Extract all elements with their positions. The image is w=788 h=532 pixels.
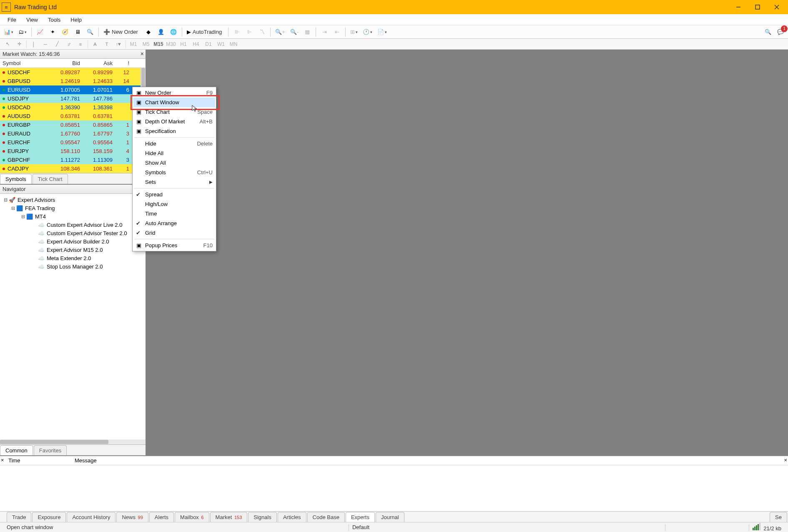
menu-view[interactable]: View (21, 15, 43, 25)
timeframe-mn[interactable]: MN (227, 40, 240, 49)
ctx-high-low[interactable]: High/Low (133, 199, 215, 209)
status-connection[interactable]: 21/2 kb (749, 523, 785, 532)
navigator-scrollbar-h[interactable] (0, 439, 146, 444)
tree-ea-item[interactable]: ☁️Custom Expert Advisor Tester 2.0 (3, 229, 143, 237)
tree-ea-item[interactable]: ☁️Expert Advisor Builder 2.0 (3, 237, 143, 246)
column-ask[interactable]: Ask (83, 60, 115, 66)
signals-button[interactable]: 🌐 (168, 27, 179, 38)
terminal-tab-cut[interactable]: Se (770, 512, 787, 522)
cursor-tool[interactable]: ↖ (2, 40, 13, 49)
column-symbol[interactable]: Symbol (0, 60, 50, 66)
close-button[interactable] (767, 1, 786, 13)
tab-favorites[interactable]: Favorites (34, 445, 67, 455)
timeframe-d1[interactable]: D1 (202, 40, 215, 49)
candle-chart-button[interactable]: ⊩ (243, 27, 255, 38)
column-bid[interactable]: Bid (50, 60, 83, 66)
timeframe-m5[interactable]: M5 (140, 40, 152, 49)
menu-tools[interactable]: Tools (43, 15, 65, 25)
terminal-tab-articles[interactable]: Articles (278, 512, 306, 522)
terminal-tab-code-base[interactable]: Code Base (307, 512, 345, 522)
auto-scroll-button[interactable]: ▦ (301, 27, 313, 38)
market-watch-row[interactable]: AUDUSD0.637810.63781 (0, 112, 146, 120)
ctx-auto-arrange[interactable]: ✔Auto Arrange (133, 218, 215, 228)
auto-trading-button[interactable]: ▶AutoTrading (185, 27, 226, 38)
strategy-tester-toggle[interactable]: 🔍 (84, 27, 96, 38)
terminal-tab-exposure[interactable]: Exposure (32, 512, 66, 522)
indicators-button[interactable]: ⇤ (331, 27, 343, 38)
ctx-tick-chart[interactable]: ▣Tick ChartSpace (133, 107, 215, 117)
tree-ea-item[interactable]: ☁️Expert Advisor M15 2.0 (3, 246, 143, 254)
timeframe-h1[interactable]: H1 (177, 40, 190, 49)
timeframe-h4[interactable]: H4 (190, 40, 202, 49)
minimize-button[interactable] (729, 1, 748, 13)
timeframe-m1[interactable]: M1 (127, 40, 140, 49)
tree-ea-item[interactable]: ☁️Custom Expert Advisor Live 2.0 (3, 221, 143, 229)
new-order-button[interactable]: ➕New Order (101, 27, 142, 38)
terminal-close-icon[interactable]: × (1, 457, 4, 463)
market-watch-row[interactable]: EURCHF0.955470.955641 (0, 138, 146, 147)
terminal-tab-account-history[interactable]: Account History (67, 512, 115, 522)
terminal-tab-mailbox[interactable]: Mailbox 6 (175, 512, 209, 522)
navigator-toggle[interactable]: 🧭 (59, 27, 71, 38)
search-button[interactable]: 🔍 (762, 27, 774, 38)
market-watch-row[interactable]: USDCAD1.363901.36398 (0, 103, 146, 112)
terminal-tab-journal[interactable]: Journal (376, 512, 404, 522)
market-watch-row[interactable]: EURGBP0.858510.858651 (0, 120, 146, 129)
column-spread[interactable]: ! (115, 60, 132, 66)
market-watch-close-icon[interactable]: × (141, 50, 144, 57)
market-watch-row[interactable]: EURJPY158.110158.1594 (0, 147, 146, 156)
vertical-line-tool[interactable]: │ (28, 40, 40, 49)
timeframe-m15[interactable]: M15 (152, 40, 165, 49)
new-chart-button[interactable]: 📊▾ (2, 27, 15, 38)
ctx-symbols[interactable]: SymbolsCtrl+U (133, 168, 215, 177)
market-watch-row[interactable]: GBPCHF1.112721.113093 (0, 156, 146, 164)
arrows-tool[interactable]: ↑▾ (113, 40, 124, 49)
options-button[interactable]: 👤 (155, 27, 167, 38)
ctx-show-all[interactable]: Show All (133, 158, 215, 168)
terminal-tab-trade[interactable]: Trade (7, 512, 31, 522)
bar-chart-button[interactable]: ⊪ (231, 27, 243, 38)
tree-mt4[interactable]: ⊟🟦MT4 (3, 212, 143, 221)
meta-editor-button[interactable]: ◆ (143, 27, 154, 38)
trendline-tool[interactable]: ╱ (51, 40, 63, 49)
ctx-specification[interactable]: ▣Specification (133, 126, 215, 136)
ctx-grid[interactable]: ✔Grid (133, 228, 215, 238)
ctx-chart-window[interactable]: ▣Chart Window (133, 98, 215, 107)
market-watch-row[interactable]: EURAUD1.677601.677973 (0, 129, 146, 138)
equidistant-tool[interactable]: ⫽ (63, 40, 75, 49)
terminal-tab-news[interactable]: News 99 (116, 512, 148, 522)
tab-tick-chart[interactable]: Tick Chart (33, 174, 68, 184)
chart-templates-button[interactable]: 📄▾ (375, 27, 389, 38)
terminal-tab-alerts[interactable]: Alerts (149, 512, 174, 522)
line-chart-button[interactable]: 〽 (256, 27, 268, 38)
notifications-button[interactable]: 💬 (775, 27, 786, 38)
tree-fea-trading[interactable]: ⊟🟦FEA Trading (3, 204, 143, 212)
tester-close-icon[interactable]: × (784, 457, 787, 463)
profiles-button[interactable]: 🗂▾ (16, 27, 29, 38)
ctx-time[interactable]: Time (133, 209, 215, 218)
market-watch-row[interactable]: USDJPY147.781147.786 (0, 94, 146, 103)
market-watch-row[interactable]: GBPUSD1.246191.2463314 (0, 77, 146, 85)
crosshair-tool[interactable]: ✛ (13, 40, 25, 49)
column-time[interactable]: Time (0, 457, 73, 464)
tab-symbols[interactable]: Symbols (0, 174, 32, 184)
tree-ea-item[interactable]: ☁️Stop Loss Manager 2.0 (3, 262, 143, 271)
menu-file[interactable]: File (3, 15, 21, 25)
menu-help[interactable]: Help (65, 15, 87, 25)
zoom-out-button[interactable]: 🔍- (288, 27, 301, 38)
ctx-spread[interactable]: ✔Spread (133, 190, 215, 199)
maximize-button[interactable] (748, 1, 767, 13)
market-watch-row[interactable]: USDCHF0.892870.8929912 (0, 68, 146, 77)
terminal-tab-experts[interactable]: Experts (346, 512, 375, 522)
status-profile[interactable]: Default (349, 524, 373, 530)
market-watch-row[interactable]: CADJPY108.346108.3611 (0, 164, 146, 173)
terminal-toggle[interactable]: 🖥 (72, 27, 83, 38)
ctx-hide-all[interactable]: Hide All (133, 148, 215, 158)
periods-button[interactable]: ⊞▾ (348, 27, 360, 38)
zoom-in-button[interactable]: 🔍+ (273, 27, 287, 38)
market-watch-toggle[interactable]: 📈 (34, 27, 46, 38)
templates-button[interactable]: 🕐▾ (361, 27, 374, 38)
terminal-tab-signals[interactable]: Signals (248, 512, 277, 522)
market-watch-row[interactable]: EURUSD1.070051.070116 (0, 85, 146, 94)
text-tool[interactable]: A (89, 40, 101, 49)
